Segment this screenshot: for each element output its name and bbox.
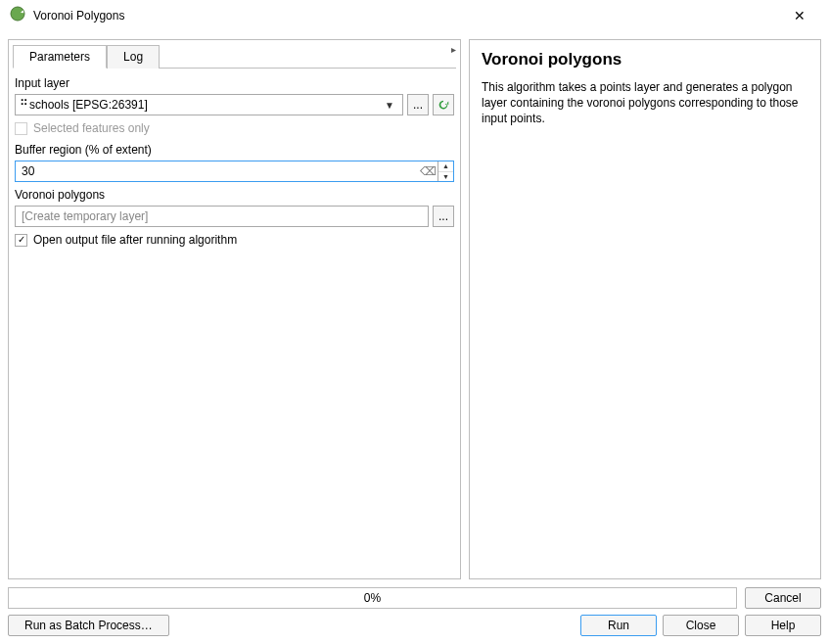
run-batch-button[interactable]: Run as Batch Process… — [8, 615, 169, 636]
point-layer-icon: ⠛ — [20, 98, 29, 112]
output-path-input[interactable]: [Create temporary layer] — [15, 206, 429, 227]
iterate-features-button[interactable] — [433, 94, 454, 115]
parameters-body: Input layer ⠛ schools [EPSG:26391] ▼ ... — [13, 68, 456, 575]
clear-input-icon[interactable]: ⌫ — [418, 161, 438, 181]
titlebar: Voronoi Polygons ✕ — [0, 0, 829, 31]
voronoi-output-label: Voronoi polygons — [15, 188, 454, 202]
input-layer-value: schools [EPSG:26391] — [29, 98, 381, 112]
input-layer-combo[interactable]: ⠛ schools [EPSG:26391] ▼ — [15, 94, 403, 115]
footer: 0% Cancel Run as Batch Process… Run Clos… — [0, 587, 829, 644]
buffer-region-spinbox[interactable]: ⌫ ▲ ▼ — [15, 161, 454, 182]
help-button[interactable]: Help — [745, 615, 821, 636]
content-area: ▸ Parameters Log Input layer ⠛ schools [… — [0, 31, 829, 587]
tab-bar: Parameters Log — [9, 40, 460, 68]
help-body: This algorithm takes a points layer and … — [482, 79, 808, 127]
spin-up-button[interactable]: ▲ — [438, 161, 453, 172]
tab-parameters[interactable]: Parameters — [13, 45, 107, 69]
dialog-window: Voronoi Polygons ✕ ▸ Parameters Log Inpu… — [0, 0, 829, 644]
spin-buttons: ▲ ▼ — [438, 161, 453, 181]
output-placeholder: [Create temporary layer] — [22, 209, 148, 223]
selected-features-checkbox — [15, 122, 27, 135]
spin-down-button[interactable]: ▼ — [438, 172, 453, 182]
open-output-label: Open output file after running algorithm — [33, 233, 237, 247]
run-button[interactable]: Run — [580, 615, 657, 636]
close-icon[interactable]: ✕ — [780, 8, 819, 23]
tab-log[interactable]: Log — [107, 45, 160, 69]
collapse-help-arrow-icon[interactable]: ▸ — [451, 44, 456, 55]
selected-features-label: Selected features only — [33, 121, 150, 135]
app-icon — [10, 6, 25, 24]
cancel-button[interactable]: Cancel — [745, 587, 821, 609]
input-layer-browse-button[interactable]: ... — [407, 94, 429, 115]
selected-features-only-row: Selected features only — [15, 121, 454, 135]
help-title: Voronoi polygons — [482, 50, 808, 69]
input-layer-label: Input layer — [15, 76, 454, 90]
open-output-row: Open output file after running algorithm — [15, 233, 454, 247]
buffer-region-input[interactable] — [16, 161, 418, 181]
parameters-panel: ▸ Parameters Log Input layer ⠛ schools [… — [8, 39, 461, 579]
help-panel: Voronoi polygons This algorithm takes a … — [469, 39, 821, 579]
progress-bar: 0% — [8, 587, 737, 609]
chevron-down-icon[interactable]: ▼ — [381, 100, 398, 111]
close-button[interactable]: Close — [663, 615, 739, 636]
reload-icon — [437, 98, 450, 112]
open-output-checkbox[interactable] — [15, 234, 27, 247]
output-browse-button[interactable]: ... — [433, 206, 454, 227]
progress-text: 0% — [364, 591, 381, 605]
window-title: Voronoi Polygons — [33, 9, 780, 23]
buffer-region-label: Buffer region (% of extent) — [15, 143, 454, 157]
